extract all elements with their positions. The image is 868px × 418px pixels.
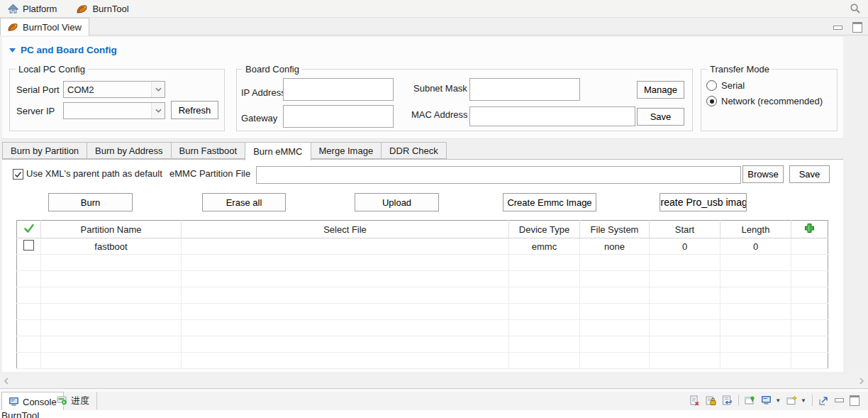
burn-button[interactable]: Burn (48, 193, 133, 211)
create-emmc-image-button[interactable]: Create Emmc Image (503, 193, 596, 211)
display-selected-console-icon[interactable] (761, 395, 772, 405)
chevron-down-icon[interactable]: ▼ (801, 397, 806, 404)
maximize-view-icon[interactable] (850, 395, 859, 406)
perspective-platform[interactable]: Platform (5, 1, 60, 16)
create-pro-usb-image-button[interactable]: Create Pro_usb image (660, 193, 747, 211)
partition-table: Partition Name Select File Device Type F… (16, 220, 828, 369)
empty-cell (580, 255, 650, 271)
col-file-system[interactable]: File System (580, 221, 650, 238)
server-ip-select[interactable] (63, 102, 165, 119)
ip-address-field[interactable] (283, 78, 394, 101)
col-length[interactable]: Length (720, 221, 791, 238)
perspective-burntool[interactable]: BurnTool (74, 1, 131, 16)
manage-button[interactable]: Manage (637, 81, 684, 99)
tab-ddr-check[interactable]: DDR Check (381, 142, 447, 159)
empty-cell (580, 304, 650, 320)
tab-burn-fastboot[interactable]: Burn Fastboot (171, 142, 246, 159)
cell-start[interactable]: 0 (650, 238, 720, 255)
empty-cell (509, 320, 580, 336)
empty-cell (580, 287, 650, 304)
refresh-button[interactable]: Refresh (171, 101, 218, 119)
transfer-mode-legend: Transfer Mode (707, 64, 772, 75)
cell-length[interactable]: 0 (720, 238, 791, 255)
scroll-right-icon[interactable] (859, 378, 864, 385)
restore-view-icon[interactable] (818, 395, 829, 406)
search-icon[interactable] (850, 3, 861, 14)
empty-cell (509, 287, 580, 304)
table-row-empty (17, 304, 828, 320)
table-row-empty (17, 255, 828, 271)
use-xml-checkbox[interactable] (13, 169, 23, 180)
col-partition-name[interactable]: Partition Name (41, 221, 182, 238)
tab-burn-by-address[interactable]: Burn by Address (87, 142, 171, 159)
minimize-view-icon[interactable] (835, 398, 844, 402)
empty-cell (791, 271, 828, 287)
gateway-label: Gateway (241, 113, 277, 123)
empty-cell (17, 255, 41, 271)
console-bar: Console 进度 ▼ (0, 392, 868, 410)
cell-add (791, 238, 828, 255)
section-toggle[interactable]: PC and Board Config (9, 45, 117, 55)
tab-burn-by-partition[interactable]: Burn by Partition (2, 142, 87, 159)
pin-console-icon[interactable] (745, 395, 755, 406)
partition-file-input[interactable] (256, 166, 741, 184)
mac-address-field[interactable] (469, 106, 635, 126)
empty-cell (650, 304, 720, 320)
gateway-field[interactable] (283, 105, 394, 128)
col-device-type[interactable]: Device Type (509, 221, 580, 238)
subnet-mask-field[interactable] (469, 78, 580, 101)
table-row-fastboot[interactable]: fastboot emmc none 0 0 (17, 238, 828, 255)
empty-cell (17, 353, 41, 369)
board-save-button[interactable]: Save (637, 108, 684, 126)
tab-burn-emmc[interactable]: Burn eMMC (245, 142, 311, 160)
empty-cell (650, 287, 720, 304)
open-console-icon[interactable] (786, 395, 797, 406)
green-check-icon[interactable] (17, 221, 41, 238)
empty-cell (182, 320, 509, 336)
scroll-lock-icon[interactable] (706, 395, 716, 406)
console-toolbar: ▼ ▼ (689, 395, 859, 406)
radio-serial[interactable]: Serial (706, 80, 745, 91)
col-select-file[interactable]: Select File (182, 221, 509, 238)
burntool-icon (77, 4, 88, 14)
row-checkbox[interactable] (17, 238, 41, 255)
minimize-icon[interactable] (833, 26, 842, 30)
green-plus-icon[interactable] (791, 221, 828, 238)
chevron-down-icon[interactable]: ▼ (775, 397, 781, 404)
upload-button[interactable]: Upload (355, 193, 439, 211)
cell-select-file[interactable] (182, 238, 509, 255)
emmc-save-button[interactable]: Save (789, 165, 830, 183)
serial-port-select[interactable]: COM2 (63, 81, 165, 98)
empty-cell (182, 336, 509, 353)
clear-console-icon[interactable] (689, 395, 700, 406)
empty-cell (720, 353, 791, 369)
horizontal-scrollbar[interactable] (0, 375, 868, 387)
cell-file-system[interactable]: none (580, 238, 650, 255)
cell-partition-name[interactable]: fastboot (41, 238, 182, 255)
col-start[interactable]: Start (650, 221, 720, 238)
toolbar-separator (738, 395, 739, 406)
table-row-empty (17, 336, 828, 353)
empty-cell (17, 287, 41, 304)
section-title: PC and Board Config (21, 45, 117, 55)
empty-cell (580, 336, 650, 353)
empty-cell (509, 336, 580, 353)
empty-cell (509, 271, 580, 287)
empty-cell (791, 287, 828, 304)
scroll-left-icon[interactable] (4, 378, 9, 385)
word-wrap-icon[interactable] (722, 395, 733, 406)
browse-button[interactable]: Browse (742, 165, 784, 183)
empty-cell (41, 336, 182, 353)
table-row-empty (17, 271, 828, 287)
tab-burntool-view[interactable]: BurnTool View (0, 18, 89, 35)
erase-all-button[interactable]: Erase all (202, 193, 286, 211)
tab-merge-image[interactable]: Merge Image (311, 142, 382, 159)
tab-progress[interactable]: 进度 (50, 392, 97, 409)
maximize-icon[interactable] (852, 22, 862, 33)
perspective-bar: Platform BurnTool (0, 0, 868, 18)
chevron-down-icon (151, 82, 165, 97)
radio-network[interactable]: Network (recommended) (706, 96, 823, 106)
cell-device-type[interactable]: emmc (509, 238, 580, 255)
table-row-empty (17, 287, 828, 304)
perspective-burntool-label: BurnTool (92, 4, 128, 14)
